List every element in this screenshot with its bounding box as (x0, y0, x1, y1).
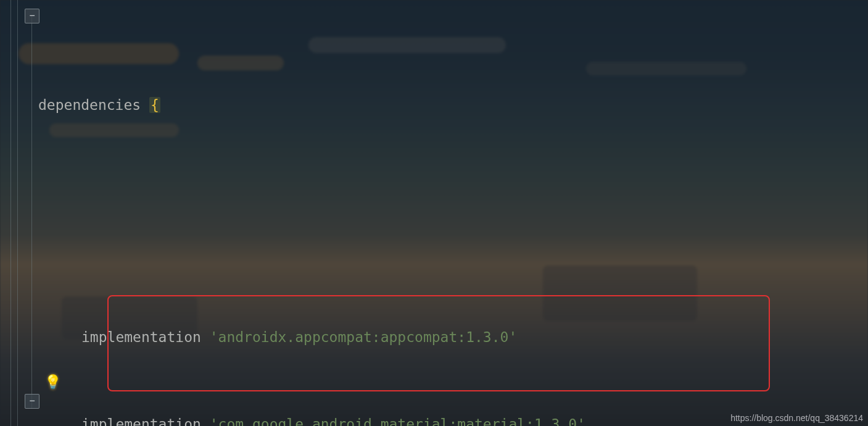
string-literal: 'androidx.appcompat:appcompat:1.3.0' (210, 329, 518, 345)
call-name: implementation (81, 329, 201, 345)
code-line[interactable]: implementation 'androidx.appcompat:appco… (38, 323, 868, 352)
gutter-indent-guide (17, 0, 18, 426)
code-line[interactable]: dependencies { (38, 91, 868, 120)
fold-toggle-icon[interactable]: − (25, 9, 39, 23)
code-editor[interactable]: − − 💡 dependencies { implementation 'and… (0, 0, 868, 426)
fold-toggle-icon[interactable]: − (25, 394, 39, 409)
watermark-text: https://blog.csdn.net/qq_38436214 (730, 412, 863, 424)
editor-gutter: − − (0, 0, 38, 426)
string-literal: 'com.google.android.material:material:1.… (210, 416, 585, 426)
call-name: implementation (81, 416, 201, 426)
code-area[interactable]: dependencies { implementation 'androidx.… (38, 0, 868, 426)
gutter-indent-guide (31, 16, 32, 409)
blank-line[interactable] (38, 207, 868, 236)
brace-open: { (149, 97, 160, 113)
gutter-indent-guide (10, 0, 11, 426)
keyword-dependencies: dependencies (38, 97, 141, 113)
